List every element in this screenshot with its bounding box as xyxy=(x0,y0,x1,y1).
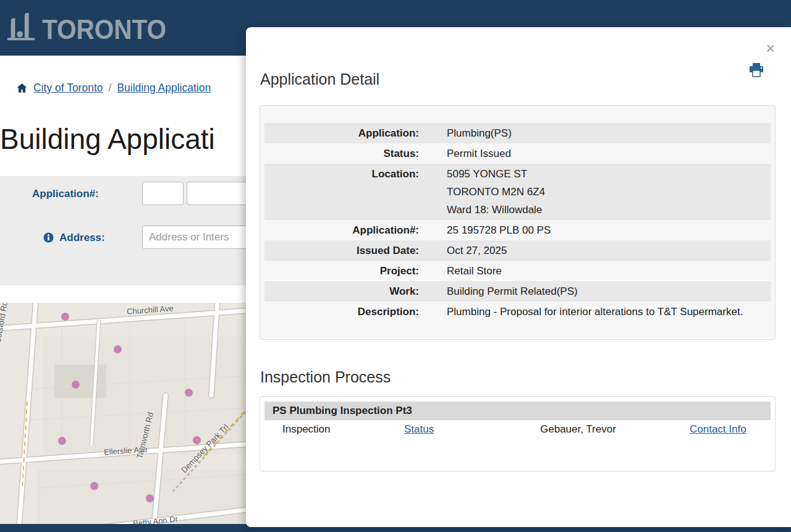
breadcrumb: City of Toronto / Building Application xyxy=(16,82,211,95)
map-marker[interactable] xyxy=(193,436,201,444)
map-marker[interactable] xyxy=(114,345,122,353)
address-label: Address: xyxy=(59,232,105,244)
map-marker[interactable] xyxy=(146,494,154,502)
info-icon[interactable] xyxy=(43,232,54,243)
application-number-label: Application#: xyxy=(32,188,99,200)
application-detail-table: Application: Plumbing(PS) Status: Permit… xyxy=(260,105,776,340)
detail-value: Oct 27, 2025 xyxy=(419,242,771,260)
application-detail-modal: Application Detail × Application: Plumbi… xyxy=(246,27,791,527)
inspector-name: Gebauer, Trevor xyxy=(540,423,690,436)
detail-row-work: Work: Building Permit Related(PS) xyxy=(264,281,771,302)
detail-label: Application#: xyxy=(264,221,419,239)
page-title: Building Applicati xyxy=(0,122,215,156)
detail-value: Building Permit Related(PS) xyxy=(419,282,771,300)
detail-label: Location: xyxy=(264,165,419,219)
breadcrumb-link-building-application[interactable]: Building Application xyxy=(117,82,211,95)
detail-label: Work: xyxy=(264,282,419,300)
inspection-table: PS Plumbing Inspection Pt3 Inspection St… xyxy=(260,396,776,471)
breadcrumb-separator: / xyxy=(109,82,112,95)
contact-info-link[interactable]: Contact Info xyxy=(690,423,771,436)
detail-value: Permit Issued xyxy=(419,145,771,163)
toronto-logo[interactable]: TORONTO xyxy=(6,10,177,46)
map-marker[interactable] xyxy=(72,381,80,389)
detail-row-application-number: Application#: 25 195728 PLB 00 PS xyxy=(264,220,771,240)
breadcrumb-link-city-of-toronto[interactable]: City of Toronto xyxy=(33,82,103,95)
toronto-cityhall-icon xyxy=(6,10,37,46)
map-marker[interactable] xyxy=(58,437,66,445)
inspection-type: Inspection xyxy=(282,423,404,436)
detail-label: Status: xyxy=(264,145,419,163)
inspection-table-header: PS Plumbing Inspection Pt3 xyxy=(264,402,771,420)
detail-row-application: Application: Plumbing(PS) xyxy=(264,123,771,143)
detail-row-project: Project: Retail Store xyxy=(264,261,771,281)
detail-label: Description: xyxy=(264,303,419,321)
print-icon[interactable] xyxy=(749,63,764,79)
map-marker[interactable] xyxy=(61,313,69,321)
detail-value: 25 195728 PLB 00 PS xyxy=(419,221,771,239)
detail-row-issued-date: Issued Date: Oct 27, 2025 xyxy=(264,240,771,261)
close-icon[interactable]: × xyxy=(766,41,775,56)
application-number-prefix-input[interactable] xyxy=(142,182,184,205)
detail-row-status: Status: Permit Issued xyxy=(264,143,771,164)
detail-value: Retail Store xyxy=(419,262,771,280)
map-marker[interactable] xyxy=(185,389,193,397)
detail-label: Issued Date: xyxy=(264,242,419,260)
home-icon xyxy=(16,82,28,94)
inspection-row: Inspection Status Gebauer, Trevor Contac… xyxy=(264,420,771,439)
detail-label: Application: xyxy=(264,124,419,142)
inspection-process-heading: Inspection Process xyxy=(260,368,391,386)
detail-value: Plumbing - Proposal for interior alterat… xyxy=(419,303,771,321)
inspection-status-link[interactable]: Status xyxy=(404,423,540,436)
detail-row-location: Location: 5095 YONGE ST TORONTO M2N 6Z4 … xyxy=(264,164,771,220)
detail-row-description: Description: Plumbing - Proposal for int… xyxy=(264,302,771,322)
map-marker[interactable] xyxy=(90,482,98,490)
detail-value: 5095 YONGE ST TORONTO M2N 6Z4 Ward 18: W… xyxy=(419,165,771,219)
toronto-logo-text: TORONTO xyxy=(42,16,166,46)
modal-title: Application Detail xyxy=(260,70,379,88)
detail-label: Project: xyxy=(264,262,419,280)
detail-value: Plumbing(PS) xyxy=(419,124,771,142)
